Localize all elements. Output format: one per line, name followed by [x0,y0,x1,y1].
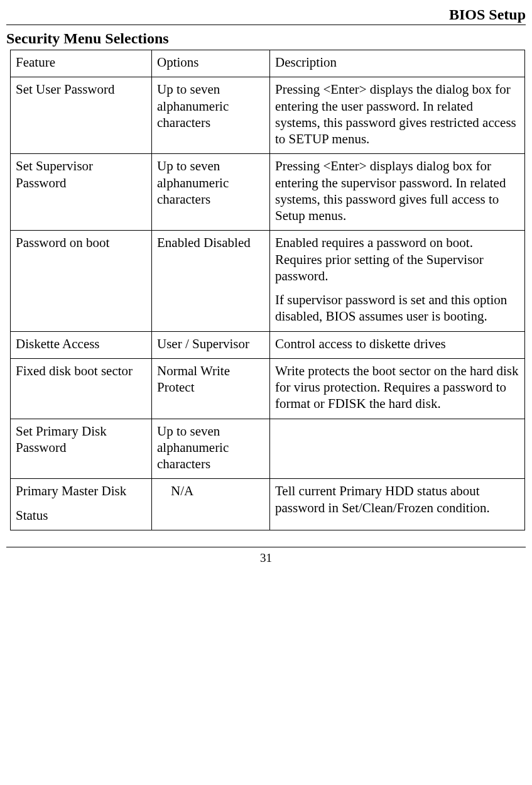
col-header-options: Options [152,50,270,77]
cell-options: Up to seven alphanumeric characters [152,419,270,479]
page-header-title: BIOS Setup [6,0,526,25]
cell-description: Pressing <Enter> displays the dialog box… [270,77,525,154]
feature-line-1: Primary Master Disk [16,483,126,498]
desc-text: Pressing <Enter> displays dialog box for… [275,158,519,224]
cell-options: N/A [152,479,270,530]
desc-text: Enabled requires a password on boot. Req… [275,234,519,284]
cell-feature: Set Supervisor Password [11,154,152,231]
cell-description: Write protects the boot sector on the ha… [270,358,525,419]
table-row: Diskette Access User / Supervisor Contro… [11,331,525,358]
desc-text: Write protects the boot sector on the ha… [275,363,519,412]
cell-description: Control access to diskette drives [270,331,525,358]
page-number: 31 [6,551,526,565]
cell-feature: Diskette Access [11,331,152,358]
table-row: Password on boot Enabled Disabled Enable… [11,231,525,331]
col-header-description: Description [270,50,525,77]
cell-options: Up to seven alphanumeric characters [152,154,270,231]
desc-text: If supervisor password is set and this o… [275,292,519,325]
cell-feature: Set User Password [11,77,152,154]
cell-description: Pressing <Enter> displays dialog box for… [270,154,525,231]
table-row: Fixed disk boot sector Normal Write Prot… [11,358,525,419]
security-menu-table: Feature Options Description Set User Pas… [10,50,525,530]
col-header-feature: Feature [11,50,152,77]
cell-options: Enabled Disabled [152,231,270,331]
cell-description: Enabled requires a password on boot. Req… [270,231,525,331]
footer-rule [6,547,526,547]
cell-description [270,419,525,479]
table-row: Set User Password Up to seven alphanumer… [11,77,525,154]
cell-feature: Password on boot [11,231,152,331]
desc-text: Control access to diskette drives [275,336,519,352]
cell-description: Tell current Primary HDD status about pa… [270,479,525,530]
table-header-row: Feature Options Description [11,50,525,77]
cell-options: Normal Write Protect [152,358,270,419]
table-row: Primary Master Disk Status N/A Tell curr… [11,479,525,530]
cell-options: Up to seven alphanumeric characters [152,77,270,154]
table-row: Set Primary Disk Password Up to seven al… [11,419,525,479]
table-row: Set Supervisor Password Up to seven alph… [11,154,525,231]
feature-line-2: Status [16,507,146,524]
cell-feature: Primary Master Disk Status [11,479,152,530]
header-rule [6,25,526,25]
section-heading: Security Menu Selections [6,30,526,47]
cell-options: User / Supervisor [152,331,270,358]
desc-text: Tell current Primary HDD status about pa… [275,483,519,516]
options-text: N/A [157,483,193,498]
cell-feature: Fixed disk boot sector [11,358,152,419]
cell-feature: Set Primary Disk Password [11,419,152,479]
desc-text: Pressing <Enter> displays the dialog box… [275,81,519,147]
